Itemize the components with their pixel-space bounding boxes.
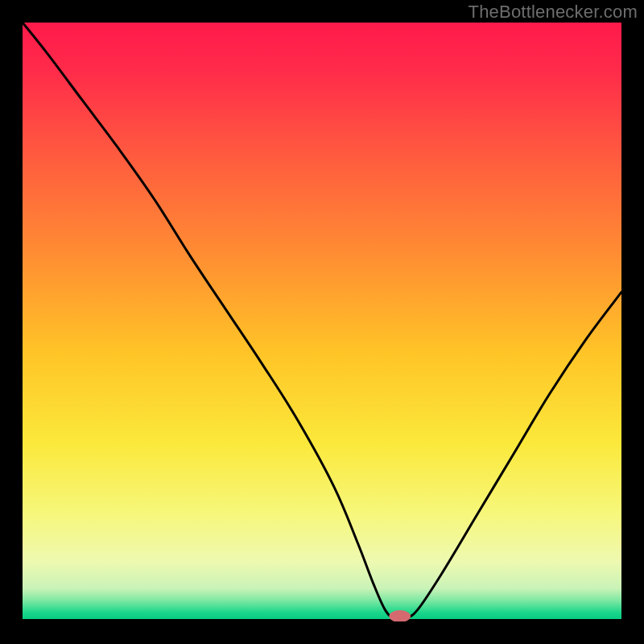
bottleneck-chart [23,23,621,621]
attribution-text: TheBottlenecker.com [469,2,638,23]
plot-inner [23,23,621,621]
plot-frame [23,23,621,621]
chart-stage: TheBottlenecker.com [0,0,644,644]
gradient-background [23,23,621,621]
